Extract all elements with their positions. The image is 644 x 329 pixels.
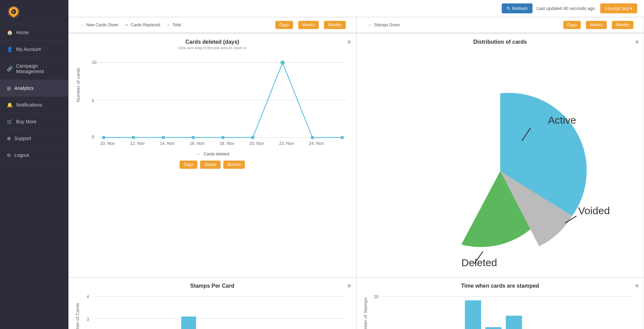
svg-text:Deleted: Deleted bbox=[461, 257, 497, 268]
sidebar-item-support[interactable]: ⊕ Support bbox=[0, 130, 68, 147]
cart-icon: 🛒 bbox=[7, 119, 13, 124]
legend-total: → Total bbox=[165, 22, 181, 28]
sidebar-item-home[interactable]: 🏠 Home bbox=[0, 24, 68, 41]
top-left-months-button[interactable]: Months bbox=[324, 21, 345, 29]
sidebar-item-logout[interactable]: ⊖ Logout bbox=[0, 147, 68, 164]
cards-deleted-weeks-button[interactable]: Weeks bbox=[200, 161, 221, 169]
svg-text:20. Nov: 20. Nov bbox=[249, 141, 264, 146]
svg-text:0: 0 bbox=[92, 135, 94, 139]
cards-deleted-subtitle: Click and drag in the plot area to zoom … bbox=[74, 46, 351, 50]
sidebar: 🏠 Home 👤 My Account 🔗 Campaign Managemen… bbox=[0, 0, 68, 329]
cards-deleted-controls: Days Weeks Months bbox=[74, 161, 351, 169]
stamps-per-card-panel: Stamps Per Card ≡ 4 3 2 1 0 Number of Ca… bbox=[68, 277, 356, 329]
cards-deleted-legend-label: Cards deleted bbox=[203, 152, 229, 156]
cards-deleted-days-button[interactable]: Days bbox=[180, 161, 197, 169]
svg-point-18 bbox=[132, 136, 135, 139]
campaign-icon: 🔗 bbox=[7, 66, 13, 71]
topbar: ↻ Refresh Last updated 40 seconds ago. L… bbox=[68, 0, 644, 17]
new-cards-label: New Cards Given bbox=[86, 23, 118, 27]
svg-point-17 bbox=[102, 136, 105, 139]
cards-deleted-legend-icon: → bbox=[195, 151, 201, 157]
top-left-controls: → New Cards Given → Cards Replaced → Tot… bbox=[68, 17, 356, 33]
stamps-given-icon: → bbox=[367, 22, 372, 28]
refresh-label: Refresh bbox=[512, 6, 528, 11]
top-right-days-button[interactable]: Days bbox=[563, 21, 581, 29]
total-label: Total bbox=[172, 23, 181, 27]
new-cards-icon: → bbox=[79, 22, 84, 28]
sidebar-item-buy-more-label: Buy More bbox=[16, 119, 37, 124]
stamps-per-card-title: Stamps Per Card bbox=[74, 283, 351, 289]
svg-text:16. Nov: 16. Nov bbox=[190, 141, 205, 146]
main-content: ↻ Refresh Last updated 40 seconds ago. L… bbox=[68, 0, 644, 329]
loyaltycard-label: LoyaltyCard ▾ bbox=[605, 6, 632, 11]
total-icon: → bbox=[165, 22, 171, 28]
svg-text:20: 20 bbox=[373, 294, 378, 299]
logo bbox=[0, 0, 68, 24]
stamps-per-card-menu-button[interactable]: ≡ bbox=[347, 283, 351, 289]
analytics-icon: ◎ bbox=[7, 85, 11, 91]
svg-text:4: 4 bbox=[87, 294, 89, 299]
cards-replaced-label: Cards Replaced bbox=[131, 23, 160, 27]
distribution-menu-button[interactable]: ≡ bbox=[635, 39, 639, 45]
logo-icon bbox=[7, 5, 21, 19]
distribution-svg: Active Voided Deleted bbox=[362, 46, 639, 271]
sidebar-item-my-account[interactable]: 👤 My Account bbox=[0, 41, 68, 58]
loyaltycard-button[interactable]: LoyaltyCard ▾ bbox=[600, 3, 637, 13]
refresh-button[interactable]: ↻ Refresh bbox=[502, 3, 533, 13]
svg-text:Number of cards: Number of cards bbox=[76, 68, 81, 102]
sidebar-item-notifications-label: Notifications bbox=[16, 102, 42, 108]
cards-deleted-menu-button[interactable]: ≡ bbox=[347, 39, 351, 45]
cards-deleted-svg: 10 5 0 Number of cards 10. Nov 12. Nov 1… bbox=[74, 53, 351, 147]
top-right-months-button[interactable]: Months bbox=[612, 21, 633, 29]
cards-deleted-title: Cards deleted (days) bbox=[74, 39, 351, 45]
sidebar-item-campaign-label: Campaign Management bbox=[16, 63, 62, 74]
last-updated-text: Last updated 40 seconds ago. bbox=[537, 6, 596, 11]
legend-stamps-given: → Stamps Given bbox=[367, 22, 400, 28]
legend-new-cards: → New Cards Given bbox=[79, 22, 118, 28]
svg-text:Number of Cards: Number of Cards bbox=[75, 303, 80, 329]
svg-text:Number of Stamps: Number of Stamps bbox=[363, 297, 368, 329]
svg-rect-58 bbox=[181, 316, 196, 329]
sidebar-item-buy-more[interactable]: 🛒 Buy More bbox=[0, 113, 68, 130]
top-left-days-button[interactable]: Days bbox=[275, 21, 293, 29]
svg-point-25 bbox=[341, 136, 344, 139]
top-right-weeks-button[interactable]: Weeks bbox=[586, 21, 606, 29]
svg-rect-73 bbox=[465, 300, 481, 329]
bell-icon: 🔔 bbox=[7, 102, 13, 108]
cards-deleted-panel: Cards deleted (days) Click and drag in t… bbox=[68, 33, 356, 277]
top-right-controls: → Stamps Given Days Weeks Months bbox=[356, 17, 644, 33]
svg-text:5: 5 bbox=[92, 98, 94, 103]
cards-replaced-icon: → bbox=[123, 22, 129, 28]
time-stamped-panel: Time when cards are stamped ≡ 20 10 0 Nu… bbox=[356, 277, 644, 329]
stamps-given-label: Stamps Given bbox=[374, 23, 400, 27]
cards-deleted-legend: → Cards deleted bbox=[74, 151, 351, 157]
sidebar-item-analytics[interactable]: ◎ Analytics bbox=[0, 80, 68, 97]
sidebar-item-analytics-label: Analytics bbox=[14, 85, 34, 91]
dashboard: → New Cards Given → Cards Replaced → Tot… bbox=[68, 17, 644, 329]
stamps-per-card-svg: 4 3 2 1 0 Number of Cards 0 1 2 bbox=[74, 290, 351, 329]
distribution-panel: Distribution of cards ≡ Active Void bbox=[356, 33, 644, 277]
svg-text:3: 3 bbox=[87, 317, 89, 322]
sidebar-item-home-label: Home bbox=[16, 30, 29, 35]
sidebar-item-campaign-management[interactable]: 🔗 Campaign Management bbox=[0, 58, 68, 80]
refresh-icon: ↻ bbox=[507, 6, 510, 11]
top-left-weeks-button[interactable]: Weeks bbox=[298, 21, 319, 29]
svg-text:18. Nov: 18. Nov bbox=[220, 141, 235, 146]
svg-point-24 bbox=[311, 136, 314, 139]
user-icon: 👤 bbox=[7, 46, 13, 52]
sidebar-item-notifications[interactable]: 🔔 Notifications bbox=[0, 97, 68, 113]
distribution-title: Distribution of cards bbox=[362, 39, 639, 45]
legend-cards-replaced: → Cards Replaced bbox=[123, 22, 160, 28]
logout-icon: ⊖ bbox=[7, 152, 11, 158]
sidebar-item-support-label: Support bbox=[14, 136, 31, 141]
home-icon: 🏠 bbox=[7, 30, 13, 35]
time-stamped-title: Time when cards are stamped bbox=[362, 283, 639, 289]
cards-deleted-months-button[interactable]: Months bbox=[223, 161, 245, 169]
sidebar-item-my-account-label: My Account bbox=[16, 46, 41, 52]
svg-text:10: 10 bbox=[92, 60, 96, 65]
time-stamped-menu-button[interactable]: ≡ bbox=[635, 283, 639, 289]
svg-point-21 bbox=[221, 136, 225, 139]
svg-rect-75 bbox=[505, 316, 522, 329]
time-stamped-svg: 20 10 0 Number of Stamps bbox=[362, 290, 639, 329]
svg-text:22. Nov: 22. Nov bbox=[279, 141, 294, 146]
